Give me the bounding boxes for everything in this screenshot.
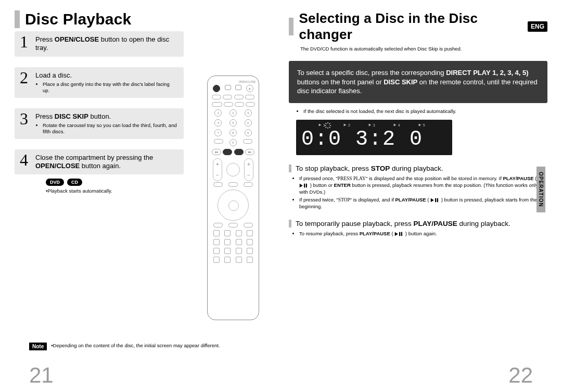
remote-button	[235, 102, 244, 107]
svg-rect-15	[306, 184, 307, 188]
display-time: 0:0 3:2 0	[301, 129, 423, 150]
remote-row	[211, 95, 256, 99]
remote-button	[228, 223, 238, 227]
remote-button	[236, 239, 242, 245]
remote-button	[213, 248, 220, 254]
remote-button	[212, 95, 221, 99]
remote-button	[214, 139, 223, 144]
open-close-button-icon: ▲	[246, 85, 253, 92]
section-tab: OPERATION	[537, 167, 545, 212]
volume-control-icon: +−	[213, 158, 222, 181]
bullet-item: To resume playback, press PLAY/PAUSE ( )…	[299, 231, 547, 237]
manual-page-spread: Disc Playback 1 Press OPEN/CLOSE button …	[0, 0, 562, 392]
direct-play-instruction: To select a specific disc, press the cor…	[289, 61, 547, 103]
stop-playback-bullets: If pressed once, "PRESS PLAY" is display…	[299, 175, 547, 210]
next-button-icon: ⏭	[245, 149, 254, 155]
step-sub-list: Place a disc gently into the tray with t…	[35, 81, 177, 94]
power-button-icon	[213, 85, 220, 92]
stop-playback-heading: To stop playback, press STOP during play…	[289, 165, 547, 172]
step-sub-list: Rotate the carousel tray so you can load…	[35, 122, 177, 135]
right-title-bar: Selecting a Disc in the Disc changer ENG	[289, 10, 547, 43]
svg-marker-19	[395, 232, 398, 236]
right-subtitle-note: The DVD/CD function is automatically sel…	[300, 46, 547, 52]
remote-button	[224, 239, 231, 245]
step-number: 3	[20, 109, 28, 129]
remote-button	[213, 230, 220, 236]
remote-button	[224, 102, 233, 107]
remote-row	[211, 223, 256, 227]
remote-button	[246, 102, 255, 107]
step-body: Press DISC SKIP button. Rotate the carou…	[35, 112, 177, 135]
remote-button	[247, 230, 253, 236]
remote-button	[224, 257, 231, 263]
step-body: Close the compartment by pressing the OP…	[35, 154, 177, 171]
remote-button	[213, 239, 220, 245]
right-page: Selecting a Disc in the Disc changer ENG…	[283, 10, 547, 392]
right-title: Selecting a Disc in the Disc changer	[299, 10, 522, 43]
svg-rect-17	[435, 198, 436, 203]
remote-button	[213, 257, 220, 263]
svg-marker-8	[319, 124, 322, 127]
step-text: Load a disc.	[35, 71, 177, 80]
remote-control-diagram: OPEN/CLOSE ▲ 123 456	[207, 75, 259, 320]
keypad-row: 789	[211, 129, 256, 136]
badge-cd: CD	[67, 179, 82, 186]
left-title-bar: Disc Playback	[15, 10, 273, 28]
disc-indicator-1: 1	[318, 123, 325, 127]
remote-button	[225, 85, 231, 90]
svg-marker-13	[300, 184, 303, 188]
remote-row	[211, 239, 256, 245]
title-accent	[15, 10, 20, 28]
note-label: Note	[29, 343, 47, 350]
svg-marker-16	[431, 198, 434, 203]
key-2: 2	[229, 109, 237, 117]
stop-button-icon	[223, 149, 232, 155]
svg-marker-11	[393, 124, 396, 127]
remote-row: ▲	[211, 85, 256, 92]
bullet-item: If pressed twice, "STOP" is displayed, a…	[299, 197, 547, 210]
play-button-icon	[234, 149, 244, 155]
page-number-right: 22	[508, 363, 533, 388]
key-8: 8	[229, 129, 237, 136]
playback-auto-note: Playback starts automatically.	[46, 188, 184, 194]
keypad-row: 123	[211, 109, 256, 117]
key-7: 7	[214, 129, 222, 136]
remote-button	[245, 95, 254, 99]
steps-list: 1 Press OPEN/CLOSE button to open the di…	[15, 31, 184, 194]
footer-note: Note Depending on the content of the dis…	[29, 343, 220, 350]
format-badges: DVD CD	[46, 179, 184, 186]
remote-button	[234, 95, 244, 99]
remote-button	[213, 182, 223, 187]
disc-indicator-5: 5	[418, 123, 425, 127]
remote-button	[223, 95, 232, 99]
remote-button	[247, 248, 253, 254]
badge-dvd: DVD	[46, 179, 64, 186]
enter-button-icon	[228, 200, 239, 211]
remote-button	[236, 257, 242, 263]
svg-rect-20	[399, 232, 400, 236]
dark-box-bullets: If the disc selected is not loaded, the …	[303, 108, 547, 115]
tuning-control-icon: +−	[244, 158, 253, 181]
prev-button-icon: ⏮	[212, 149, 221, 155]
remote-row	[211, 182, 256, 187]
note-text: Depending on the content of the disc, th…	[51, 343, 220, 348]
left-page: Disc Playback 1 Press OPEN/CLOSE button …	[15, 10, 283, 392]
step-sub-item: Place a disc gently into the tray with t…	[43, 81, 177, 94]
step-4: 4 Close the compartment by pressing the …	[15, 149, 184, 175]
seven-segment-display: 0:0 3:2 0	[301, 129, 447, 150]
bullet-item: If pressed once, "PRESS PLAY" is display…	[299, 175, 547, 195]
remote-button	[243, 139, 252, 144]
dpad-icon	[218, 189, 249, 221]
remote-button	[235, 85, 241, 90]
step-body: Load a disc. Place a disc gently into th…	[35, 71, 177, 94]
remote-button	[244, 223, 253, 227]
page-number-left: 21	[29, 363, 54, 388]
key-3: 3	[245, 109, 252, 117]
keypad-row: 0	[211, 139, 256, 146]
remote-row	[211, 257, 256, 263]
remote-button	[236, 248, 242, 254]
disc-indicator-3: 3	[368, 123, 375, 127]
svg-marker-12	[418, 124, 421, 127]
step-text: Press DISC SKIP button.	[35, 112, 177, 121]
disc-indicator-4: 4	[393, 123, 400, 127]
